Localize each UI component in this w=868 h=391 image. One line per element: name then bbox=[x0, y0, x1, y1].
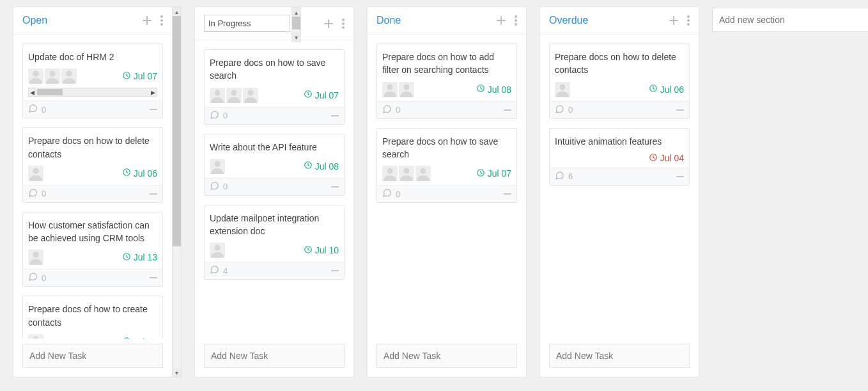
svg-point-15 bbox=[342, 26, 345, 29]
column-menu-icon[interactable] bbox=[160, 15, 163, 26]
column-menu-icon[interactable] bbox=[342, 19, 345, 29]
column-in-progress: Prepare docs on how to save searchJul 07… bbox=[194, 6, 354, 378]
svg-point-7 bbox=[33, 168, 39, 173]
task-card[interactable]: How customer satisfaction can be achieve… bbox=[22, 212, 163, 287]
comment-count: 0 bbox=[42, 105, 46, 115]
column-header: Done bbox=[368, 7, 526, 35]
avatar bbox=[61, 68, 77, 84]
due-date: Jul 07 bbox=[304, 90, 339, 100]
collapse-icon[interactable] bbox=[150, 109, 157, 110]
collapse-icon[interactable] bbox=[504, 193, 511, 195]
svg-point-4 bbox=[50, 71, 56, 77]
task-card[interactable]: Update mailpoet integration extension do… bbox=[204, 205, 345, 280]
comment-count: 6 bbox=[568, 172, 573, 181]
column-done: DonePrepare docs on how to add filter on… bbox=[367, 6, 527, 378]
clock-icon bbox=[304, 245, 313, 256]
add-card-icon[interactable] bbox=[497, 16, 506, 25]
add-card-icon[interactable] bbox=[669, 16, 678, 25]
task-title: Prepare docs on how to delete contacts bbox=[555, 51, 684, 77]
cards-list[interactable]: Prepare docs on how to add filter on sea… bbox=[368, 35, 526, 339]
avatar bbox=[28, 166, 43, 181]
comment-icon bbox=[555, 171, 564, 182]
clock-icon bbox=[122, 71, 131, 82]
cards-list[interactable]: Prepare docs on how to save searchJul 07… bbox=[195, 40, 353, 339]
due-date: Jul 07 bbox=[122, 71, 157, 82]
task-card[interactable]: Prepare docs on how to add filter on sea… bbox=[376, 44, 517, 119]
collapse-icon[interactable] bbox=[676, 176, 684, 177]
add-task-input[interactable] bbox=[549, 344, 690, 368]
collapse-icon[interactable] bbox=[150, 277, 157, 278]
add-task-input[interactable] bbox=[204, 344, 345, 368]
column-scrollbar[interactable]: ▴▾ bbox=[172, 6, 182, 378]
add-card-icon[interactable] bbox=[324, 19, 333, 28]
task-card[interactable]: Write about the API featureJul 080 bbox=[204, 134, 345, 196]
add-card-icon[interactable] bbox=[143, 16, 151, 25]
collapse-icon[interactable] bbox=[331, 115, 339, 116]
due-date: Jul 13 bbox=[122, 252, 157, 263]
task-footer: 0 bbox=[550, 101, 689, 118]
column-title-input[interactable] bbox=[204, 15, 290, 32]
task-title: Prepare docs on how to save search bbox=[210, 56, 339, 83]
collapse-icon[interactable] bbox=[504, 109, 511, 111]
task-title: Intuitive animation features bbox=[555, 135, 684, 148]
title-edit-scrollbar[interactable]: ▴▾ bbox=[291, 7, 301, 42]
svg-point-24 bbox=[515, 15, 517, 18]
task-footer: 0 bbox=[205, 107, 344, 124]
task-card[interactable]: Prepare docs on how to delete contactsJu… bbox=[549, 44, 690, 119]
cards-list[interactable]: Prepare docs on how to delete contactsJu… bbox=[540, 35, 699, 339]
add-task-input[interactable] bbox=[376, 344, 517, 368]
svg-point-28 bbox=[404, 84, 410, 90]
comment-icon bbox=[28, 104, 38, 115]
avatar bbox=[226, 88, 242, 103]
add-task-input[interactable] bbox=[22, 344, 163, 368]
task-card[interactable]: Update doc of HRM 2Jul 07◂▸0 bbox=[22, 44, 163, 118]
avatars bbox=[210, 243, 225, 258]
collapse-icon[interactable] bbox=[150, 193, 157, 195]
task-footer: 0 bbox=[377, 101, 516, 118]
svg-point-9 bbox=[33, 252, 39, 258]
clock-icon bbox=[649, 153, 658, 164]
due-date: Jul 06 bbox=[649, 84, 684, 95]
column-menu-icon[interactable] bbox=[515, 15, 517, 26]
comment-icon bbox=[210, 265, 219, 276]
comment-count: 0 bbox=[223, 111, 228, 120]
column-header: Overdue bbox=[540, 7, 699, 35]
avatar bbox=[210, 159, 225, 174]
svg-point-0 bbox=[160, 15, 163, 18]
comment-count: 0 bbox=[223, 182, 228, 191]
avatar bbox=[45, 68, 60, 84]
avatars bbox=[28, 68, 77, 84]
task-footer: 6 bbox=[550, 168, 689, 185]
avatars bbox=[210, 159, 225, 174]
task-footer: 4 bbox=[205, 262, 344, 279]
task-card[interactable]: Prepare docs on how to save searchJul 07… bbox=[376, 128, 517, 203]
column-title: Done bbox=[376, 15, 401, 26]
avatar bbox=[555, 82, 570, 97]
column-overdue: OverduePrepare docs on how to delete con… bbox=[539, 6, 699, 378]
avatar bbox=[28, 334, 43, 339]
task-title: Prepare docs on how to delete contacts bbox=[28, 134, 157, 161]
comment-count: 0 bbox=[396, 105, 400, 115]
task-card[interactable]: Prepare docs of how to create contactsJu… bbox=[22, 296, 163, 339]
svg-point-14 bbox=[342, 22, 345, 25]
comment-icon bbox=[210, 181, 219, 193]
task-footer: 0 bbox=[23, 269, 162, 286]
task-card[interactable]: Intuitive animation featuresJul 046 bbox=[549, 128, 690, 186]
collapse-icon[interactable] bbox=[331, 186, 339, 188]
collapse-icon[interactable] bbox=[331, 270, 339, 271]
card-h-scrollbar[interactable]: ◂▸ bbox=[28, 88, 157, 97]
task-card[interactable]: Prepare docs on how to delete contactsJu… bbox=[22, 127, 163, 203]
add-section-input[interactable] bbox=[712, 8, 868, 32]
comment-icon bbox=[210, 110, 219, 122]
column-menu-icon[interactable] bbox=[687, 15, 690, 26]
clock-icon bbox=[476, 168, 485, 179]
column-title: Open bbox=[22, 15, 47, 26]
svg-point-37 bbox=[560, 84, 566, 90]
task-title: Prepare docs on how to add filter on sea… bbox=[382, 51, 511, 77]
task-card[interactable]: Prepare docs on how to save searchJul 07… bbox=[204, 49, 345, 125]
avatar bbox=[382, 82, 398, 97]
collapse-icon[interactable] bbox=[676, 109, 684, 111]
comment-icon bbox=[382, 104, 392, 116]
comment-icon bbox=[28, 188, 38, 200]
cards-list[interactable]: Update doc of HRM 2Jul 07◂▸0Prepare docs… bbox=[13, 35, 172, 339]
